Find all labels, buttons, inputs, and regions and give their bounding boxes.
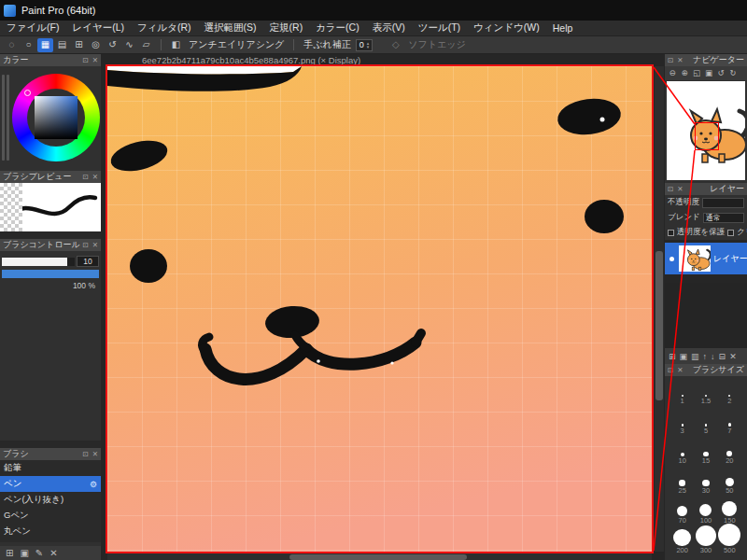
brush-size-value[interactable]: 10: [77, 256, 99, 267]
close-icon[interactable]: ✕: [677, 367, 683, 374]
popout-icon[interactable]: ⊡: [82, 451, 88, 458]
close-icon[interactable]: ✕: [92, 242, 98, 249]
target-snap-tool[interactable]: ◎: [88, 38, 104, 52]
brush-item-4[interactable]: Gペン: [0, 508, 101, 524]
brush-size-50[interactable]: 50: [718, 469, 741, 494]
select-none-tool[interactable]: ◌: [4, 38, 20, 52]
popout-icon[interactable]: ⊡: [82, 57, 88, 64]
menu-item-6[interactable]: カラー(C): [309, 21, 366, 35]
soft-edge-icon[interactable]: ◇: [388, 38, 403, 52]
grid-tool[interactable]: ▤: [54, 38, 70, 52]
navigator-thumbnail[interactable]: [667, 81, 745, 180]
delete-layer-icon[interactable]: ✕: [729, 352, 737, 361]
menu-item-3[interactable]: フィルタ(R): [131, 21, 198, 35]
color-slider-a[interactable]: [2, 75, 5, 161]
layer-row-selected[interactable]: レイヤー1: [665, 243, 747, 274]
antialiasing-icon[interactable]: ◧: [168, 38, 184, 52]
brush-size-70[interactable]: 70: [670, 499, 694, 525]
move-layer-down-icon[interactable]: ↓: [711, 352, 715, 361]
layer-visibility-icon[interactable]: [667, 257, 676, 261]
brush-size-10[interactable]: 10: [670, 439, 694, 464]
brush-size-20[interactable]: 20: [718, 439, 741, 464]
popout-icon[interactable]: ⊡: [668, 186, 673, 193]
curve-snap-tool[interactable]: ∿: [121, 38, 137, 52]
delete-brush-icon[interactable]: ✕: [49, 549, 57, 558]
zoom-in-icon[interactable]: ⊕: [679, 68, 690, 79]
cross-snap-tool[interactable]: ⊞: [71, 38, 87, 52]
drawing-canvas[interactable]: circle: [107, 66, 652, 552]
stabilizer-spinner[interactable]: ▴▾: [367, 41, 370, 49]
zoom-fit-icon[interactable]: ◱: [691, 68, 702, 79]
close-icon[interactable]: ✕: [677, 57, 683, 64]
rotate-snap-tool[interactable]: ↺: [105, 38, 120, 52]
brush-size-30[interactable]: 30: [694, 469, 717, 494]
zoom-out-icon[interactable]: ⊖: [667, 68, 678, 79]
brush-opacity-slider[interactable]: [2, 270, 99, 278]
clipping-checkbox[interactable]: [727, 230, 734, 236]
navigator-view-rect[interactable]: [695, 122, 719, 150]
brush-size-1.5[interactable]: 1.5: [694, 379, 717, 404]
brush-size-7[interactable]: 7: [718, 409, 741, 434]
menu-item-4[interactable]: 選択範囲(S): [198, 21, 263, 35]
parallel-snap-tool[interactable]: ▱: [138, 38, 154, 52]
layer-opacity-input[interactable]: [702, 198, 744, 208]
zoom-100-icon[interactable]: ▣: [703, 68, 714, 79]
brush-size-100[interactable]: 100: [694, 499, 717, 525]
move-layer-up-icon[interactable]: ↑: [703, 352, 708, 361]
brush-size-15[interactable]: 15: [694, 439, 717, 464]
protect-alpha-checkbox[interactable]: [668, 230, 674, 236]
add-folder-icon[interactable]: ▣: [680, 352, 688, 361]
stabilizer-value-input[interactable]: 0 ▴▾: [356, 39, 374, 51]
menu-item-2[interactable]: レイヤー(L): [65, 21, 131, 35]
menu-item-10[interactable]: Help: [546, 21, 580, 35]
edit-brush-icon[interactable]: ✎: [35, 549, 43, 558]
vertical-scrollbar[interactable]: [655, 66, 664, 552]
menu-item-1[interactable]: ファイル(F): [0, 21, 65, 35]
vertical-scrollbar-thumb[interactable]: [655, 251, 663, 400]
hue-wheel[interactable]: [12, 74, 100, 161]
layer-blend-select[interactable]: 通常: [703, 213, 744, 223]
brush-settings-icon[interactable]: ⚙: [90, 480, 97, 489]
document-tab[interactable]: 6ee72b2b4711a79cb10ac4b5e88a4967.png (× …: [142, 55, 360, 65]
ellipse-select-tool[interactable]: ○: [21, 38, 36, 52]
popout-icon[interactable]: ⊡: [668, 367, 673, 374]
grid-snap-tool[interactable]: ▦: [37, 38, 53, 52]
brush-size-300[interactable]: 300: [694, 529, 717, 554]
add-brush-icon[interactable]: ⊞: [6, 549, 13, 558]
brush-size-3[interactable]: 3: [670, 409, 694, 434]
brush-item-2[interactable]: ペン⚙: [0, 476, 101, 492]
brush-folder-icon[interactable]: ▣: [20, 549, 28, 558]
brush-size-2[interactable]: 2: [718, 379, 741, 404]
popout-icon[interactable]: ⊡: [82, 242, 88, 249]
duplicate-layer-icon[interactable]: ▥: [691, 352, 699, 361]
popout-icon[interactable]: ⊡: [82, 174, 88, 181]
horizontal-scrollbar-thumb[interactable]: [289, 554, 467, 560]
brush-size-5[interactable]: 5: [694, 409, 717, 434]
menu-item-7[interactable]: 表示(V): [366, 21, 412, 35]
horizontal-scrollbar[interactable]: [107, 553, 652, 560]
rotate-right-icon[interactable]: ↻: [727, 68, 739, 79]
menu-item-8[interactable]: ツール(T): [412, 21, 467, 35]
close-icon[interactable]: ✕: [677, 186, 683, 193]
brush-item-1[interactable]: 鉛筆: [0, 460, 101, 476]
close-icon[interactable]: ✕: [92, 451, 98, 458]
brush-size-500[interactable]: 500: [718, 529, 741, 554]
color-slider-b[interactable]: [7, 75, 9, 161]
close-icon[interactable]: ✕: [92, 57, 98, 64]
hue-indicator[interactable]: [24, 90, 31, 96]
rotate-left-icon[interactable]: ↺: [715, 68, 726, 79]
menu-item-5[interactable]: 定規(R): [263, 21, 310, 35]
add-layer-icon[interactable]: ⊞: [669, 352, 676, 361]
brush-size-slider[interactable]: [2, 258, 75, 266]
popout-icon[interactable]: ⊡: [668, 57, 673, 64]
brush-size-1[interactable]: 1: [670, 379, 694, 404]
brush-item-3[interactable]: ペン(入り抜き): [0, 492, 101, 508]
brush-size-25[interactable]: 25: [670, 469, 694, 494]
menu-item-9[interactable]: ウィンドウ(W): [467, 21, 546, 35]
saturation-value-square[interactable]: [35, 96, 78, 139]
brush-item-5[interactable]: 丸ペン: [0, 524, 101, 539]
brush-size-200[interactable]: 200: [670, 529, 694, 554]
brush-size-150[interactable]: 150: [718, 499, 741, 525]
close-icon[interactable]: ✕: [92, 174, 98, 181]
merge-layer-icon[interactable]: ⊟: [719, 352, 726, 361]
